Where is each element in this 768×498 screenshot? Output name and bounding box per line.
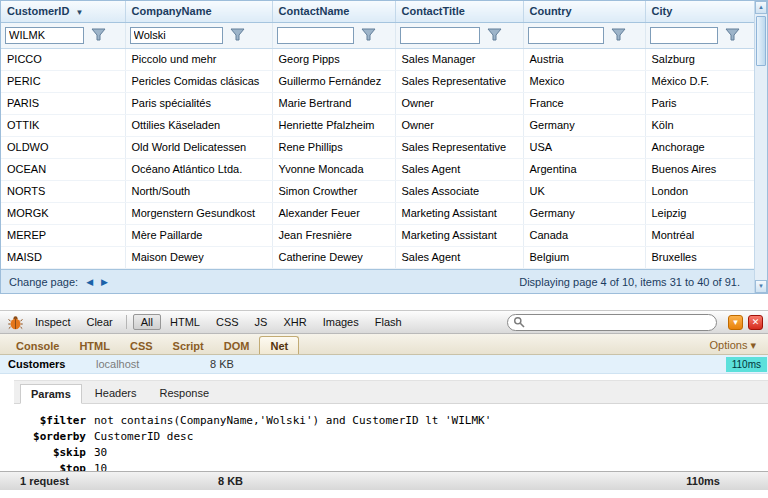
grid-cell: PERIC	[1, 70, 125, 92]
grid-cell: Océano Atlántico Ltda.	[125, 158, 272, 180]
inspect-button[interactable]: Inspect	[28, 314, 77, 330]
filter-input-contacttitle[interactable]	[400, 27, 481, 44]
search-box	[507, 314, 717, 331]
tab-dom[interactable]: DOM	[214, 337, 260, 354]
grid-cell: North/South	[125, 180, 272, 202]
filter-icon[interactable]	[230, 27, 245, 43]
grid-row[interactable]: OCEAN Océano Atlántico Ltda. Yvonne Monc…	[1, 158, 754, 180]
close-button[interactable]: ✕	[748, 315, 763, 330]
customers-grid: CustomerID ▼ CompanyName ContactName Con…	[0, 0, 768, 294]
tab-css[interactable]: CSS	[120, 337, 163, 354]
grid-cell: PICCO	[1, 48, 125, 70]
grid-row[interactable]: PERIC Pericles Comidas clásicas Guillerm…	[1, 70, 754, 92]
filter-icon[interactable]	[361, 27, 376, 43]
grid-vertical-scrollbar[interactable]: ▲ ▼	[754, 1, 767, 293]
grid-cell: Rene Phillips	[272, 136, 395, 158]
filter-icon[interactable]	[487, 27, 502, 43]
firebug-icon[interactable]	[8, 315, 23, 330]
grid-row[interactable]: OLDWO Old World Delicatessen Rene Philli…	[1, 136, 754, 158]
column-label: CompanyName	[132, 5, 212, 17]
param-key: $filter	[22, 414, 86, 427]
grid-cell: Sales Agent	[395, 158, 523, 180]
grid-cell: Canada	[523, 224, 645, 246]
grid-cell: Pericles Comidas clásicas	[125, 70, 272, 92]
grid-row[interactable]: PARIS Paris spécialités Marie Bertrand O…	[1, 92, 754, 114]
grid-cell: NORTS	[1, 180, 125, 202]
grid-row[interactable]: MEREP Mère Paillarde Jean Fresnière Mark…	[1, 224, 754, 246]
filter-button-flash[interactable]: Flash	[368, 315, 409, 329]
column-header-customerid[interactable]: CustomerID ▼	[1, 1, 125, 22]
grid-cell: Alexander Feuer	[272, 202, 395, 224]
filter-icon[interactable]	[611, 27, 626, 43]
grid-cell: PARIS	[1, 92, 125, 114]
status-request-count: 1 request	[20, 475, 69, 487]
filter-cell-contactname	[272, 22, 395, 48]
grid-row[interactable]: PICCO Piccolo und mehr Georg Pipps Sales…	[1, 48, 754, 70]
grid-cell: Paris	[645, 92, 754, 114]
tab-net[interactable]: Net	[259, 336, 299, 354]
tab-console[interactable]: Console	[6, 337, 69, 354]
options-menu[interactable]: Options ▾	[703, 336, 762, 354]
grid-cell: France	[523, 92, 645, 114]
scroll-up-icon[interactable]: ▲	[755, 1, 767, 14]
clear-button[interactable]: Clear	[79, 314, 119, 330]
grid-cell: Owner	[395, 114, 523, 136]
next-page-button[interactable]: ▶	[101, 277, 108, 287]
detail-tab-response[interactable]: Response	[149, 384, 219, 402]
grid-row[interactable]: MORGK Morgenstern Gesundkost Alexander F…	[1, 202, 754, 224]
column-label: City	[652, 5, 673, 17]
filter-input-city[interactable]	[650, 27, 718, 44]
tab-script[interactable]: Script	[163, 337, 214, 354]
detail-tab-params[interactable]: Params	[20, 384, 82, 404]
scroll-down-icon[interactable]: ▼	[755, 280, 767, 293]
filter-button-html[interactable]: HTML	[163, 315, 207, 329]
column-header-city[interactable]: City	[645, 1, 754, 22]
scrollbar-thumb[interactable]	[756, 16, 766, 66]
filter-icon[interactable]	[91, 27, 106, 43]
column-label: ContactTitle	[402, 5, 465, 17]
filter-input-customerid[interactable]	[5, 27, 84, 44]
column-header-country[interactable]: Country	[523, 1, 645, 22]
header-row: CustomerID ▼ CompanyName ContactName Con…	[1, 1, 754, 22]
column-header-contacttitle[interactable]: ContactTitle	[395, 1, 523, 22]
grid-row[interactable]: MAISD Maison Dewey Catherine Dewey Sales…	[1, 246, 754, 268]
grid-row[interactable]: OTTIK Ottilies Käseladen Henriette Pfalz…	[1, 114, 754, 136]
filter-button-js[interactable]: JS	[248, 315, 275, 329]
request-detail-tabs: Params Headers Response	[14, 380, 768, 404]
sort-desc-icon: ▼	[75, 8, 83, 17]
filter-button-css[interactable]: CSS	[209, 315, 246, 329]
filter-button-images[interactable]: Images	[316, 315, 366, 329]
grid-cell: Catherine Dewey	[272, 246, 395, 268]
filter-icon[interactable]	[725, 27, 740, 43]
grid-cell: Buenos Aires	[645, 158, 754, 180]
tab-html[interactable]: HTML	[69, 337, 120, 354]
grid-cell: Sales Manager	[395, 48, 523, 70]
grid-cell: Mère Paillarde	[125, 224, 272, 246]
column-header-companyname[interactable]: CompanyName	[125, 1, 272, 22]
grid-cell: Sales Associate	[395, 180, 523, 202]
filter-button-all[interactable]: All	[133, 314, 161, 330]
grid-cell: MAISD	[1, 246, 125, 268]
filter-button-xhr[interactable]: XHR	[276, 315, 313, 329]
grid-cell: Leipzig	[645, 202, 754, 224]
net-request-row[interactable]: Customers localhost 8 KB 110ms	[0, 355, 768, 374]
prev-page-button[interactable]: ◀	[86, 277, 93, 287]
column-header-contactname[interactable]: ContactName	[272, 1, 395, 22]
chevron-down-icon: ▾	[733, 318, 738, 327]
close-icon: ✕	[752, 318, 760, 327]
filter-input-country[interactable]	[528, 27, 605, 44]
search-input[interactable]	[528, 316, 711, 329]
grid-row[interactable]: NORTS North/South Simon Crowther Sales A…	[1, 180, 754, 202]
column-label: ContactName	[279, 5, 350, 17]
grid-cell: Austria	[523, 48, 645, 70]
filter-input-companyname[interactable]	[130, 27, 224, 44]
grid-cell: Guillermo Fernández	[272, 70, 395, 92]
filter-cell-country	[523, 22, 645, 48]
param-key: $orderby	[22, 430, 86, 443]
filter-input-contactname[interactable]	[277, 27, 355, 44]
net-status-bar: 1 request 8 KB 110ms	[0, 471, 768, 490]
grid-cell: Yvonne Moncada	[272, 158, 395, 180]
grid-cell: México D.F.	[645, 70, 754, 92]
minimize-button[interactable]: ▾	[728, 315, 743, 330]
detail-tab-headers[interactable]: Headers	[85, 384, 147, 402]
